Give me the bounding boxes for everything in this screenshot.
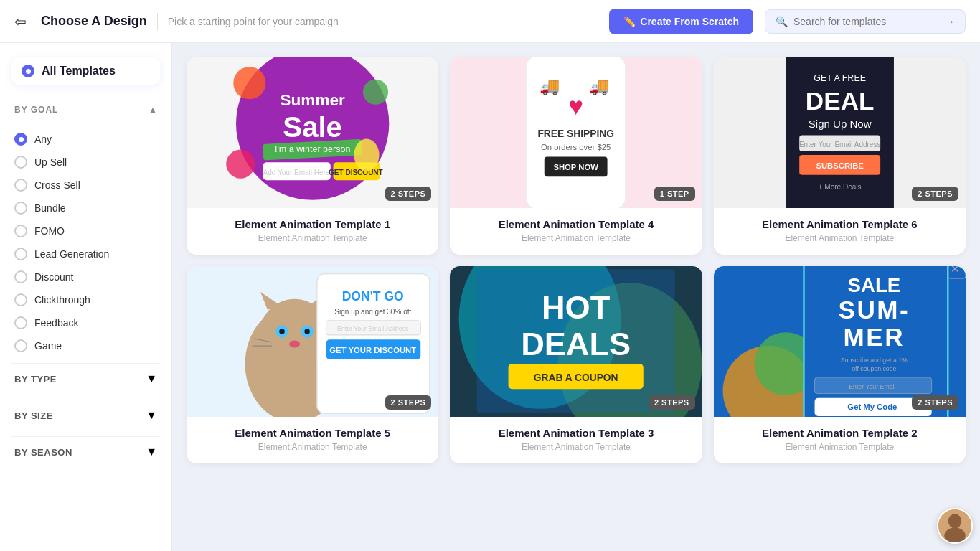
template-subtitle-t5: Element Animation Template <box>198 442 427 452</box>
template-title-t1: Element Animation Template 1 <box>198 218 427 230</box>
steps-badge-t4: 1 STEP <box>654 187 695 201</box>
all-templates-button[interactable]: All Templates <box>11 57 160 85</box>
back-button[interactable]: ⇦ <box>14 13 27 30</box>
svg-text:Sign Up Now: Sign Up Now <box>808 118 871 131</box>
template-subtitle-t2: Element Animation Template <box>725 442 954 452</box>
filter-item-up-sell[interactable]: Up Sell <box>11 151 160 174</box>
radio-clickthrough <box>14 293 27 306</box>
svg-text:GRAB A COUPON: GRAB A COUPON <box>534 372 618 383</box>
svg-text:Enter Your Email Address: Enter Your Email Address <box>799 141 881 149</box>
svg-text:SUM-: SUM- <box>838 296 910 324</box>
svg-text:Sign up and get 30% off: Sign up and get 30% off <box>334 308 411 316</box>
svg-point-79 <box>948 514 961 528</box>
svg-text:On orders over $25: On orders over $25 <box>541 143 611 151</box>
template-card-t2[interactable]: ✕ SALE SUM- MER Subscribe and get a 1% o… <box>714 266 966 463</box>
template-subtitle-t1: Element Animation Template <box>198 233 427 243</box>
goal-filter-list: AnyUp SellCross SellBundleFOMOLead Gener… <box>11 128 160 357</box>
filter-item-cross-sell[interactable]: Cross Sell <box>11 174 160 197</box>
svg-text:HOT: HOT <box>542 290 611 326</box>
filter-item-bundle[interactable]: Bundle <box>11 197 160 220</box>
filter-label-discount: Discount <box>34 271 73 283</box>
template-info-t5: Element Animation Template 5Element Anim… <box>187 417 438 463</box>
search-bar[interactable]: 🔍 → <box>765 9 966 34</box>
pencil-icon: ✏️ <box>623 16 636 27</box>
template-thumbnail-t4: ♥ 🚚 🚚 FREE SHIPPING On orders over $25 S… <box>450 57 702 208</box>
template-card-t1[interactable]: Summer Sale I'm a winter person Add Your… <box>187 57 438 255</box>
svg-point-41 <box>279 329 285 334</box>
template-title-t4: Element Animation Template 4 <box>461 218 690 230</box>
steps-badge-t5: 2 STEPS <box>385 395 432 410</box>
sidebar: All Templates BY GOAL ▲ AnyUp SellCross … <box>0 43 172 551</box>
svg-point-43 <box>289 341 300 348</box>
svg-text:SHOP NOW: SHOP NOW <box>554 164 599 172</box>
search-icon: 🔍 <box>776 16 788 27</box>
all-templates-label: All Templates <box>42 65 116 77</box>
avatar-image <box>938 509 971 542</box>
svg-text:MER: MER <box>843 323 905 351</box>
filter-item-any[interactable]: Any <box>11 128 160 151</box>
create-from-scratch-button[interactable]: ✏️ Create From Scratch <box>609 9 753 34</box>
by-size-chevron-icon: ▼ <box>146 409 157 422</box>
steps-badge-t2: 2 STEPS <box>912 395 958 410</box>
svg-text:I'm a winter person: I'm a winter person <box>275 145 351 155</box>
template-card-t5[interactable]: DON'T GO Sign up and get 30% off Enter Y… <box>187 266 438 463</box>
radio-cross-sell <box>14 179 27 192</box>
svg-point-42 <box>304 329 310 334</box>
template-title-t5: Element Animation Template 5 <box>198 427 427 439</box>
template-info-t4: Element Animation Template 4Element Anim… <box>450 208 702 255</box>
svg-text:♥: ♥ <box>569 92 584 120</box>
filter-label-clickthrough: Clickthrough <box>34 294 90 306</box>
filter-item-game[interactable]: Game <box>11 334 160 357</box>
filter-item-fomo[interactable]: FOMO <box>11 220 160 242</box>
svg-text:GET DISCOUNT: GET DISCOUNT <box>329 169 384 176</box>
svg-text:SUBSCRIBE: SUBSCRIBE <box>816 161 864 170</box>
svg-text:Subscribe and get a 1%: Subscribe and get a 1% <box>840 357 907 364</box>
svg-text:Get My Code: Get My Code <box>847 402 897 411</box>
filter-label-lead-generation: Lead Generation <box>34 248 109 260</box>
template-info-t1: Element Animation Template 1Element Anim… <box>187 208 438 255</box>
template-card-t6[interactable]: GET A FREE DEAL Sign Up Now Enter Your E… <box>714 57 966 255</box>
by-season-section[interactable]: BY SEASON ▼ <box>11 436 160 467</box>
filter-item-discount[interactable]: Discount <box>11 265 160 288</box>
header-divider <box>157 13 158 30</box>
svg-text:Sale: Sale <box>283 111 342 143</box>
svg-text:Summer: Summer <box>280 91 345 109</box>
radio-up-sell <box>14 156 27 169</box>
by-type-section[interactable]: BY TYPE ▼ <box>11 363 160 394</box>
svg-text:DEAL: DEAL <box>806 88 875 116</box>
by-goal-collapse-icon: ▲ <box>149 105 157 115</box>
by-type-title: BY TYPE <box>14 374 57 385</box>
header: ⇦ Choose A Design Pick a starting point … <box>0 0 980 43</box>
svg-text:+ More Deals: + More Deals <box>818 183 861 191</box>
search-arrow-icon[interactable]: → <box>945 16 955 27</box>
template-grid: Summer Sale I'm a winter person Add Your… <box>187 57 966 463</box>
template-thumbnail-t2: ✕ SALE SUM- MER Subscribe and get a 1% o… <box>714 266 966 417</box>
template-thumbnail-t6: GET A FREE DEAL Sign Up Now Enter Your E… <box>714 57 966 208</box>
template-thumbnail-t1: Summer Sale I'm a winter person Add Your… <box>187 57 438 208</box>
filter-label-fomo: FOMO <box>34 225 65 237</box>
filter-item-feedback[interactable]: Feedback <box>11 311 160 334</box>
by-size-section[interactable]: BY SIZE ▼ <box>11 400 160 430</box>
search-input[interactable] <box>793 16 939 27</box>
svg-point-11 <box>233 67 265 99</box>
main-layout: All Templates BY GOAL ▲ AnyUp SellCross … <box>0 43 980 551</box>
template-card-t4[interactable]: ♥ 🚚 🚚 FREE SHIPPING On orders over $25 S… <box>450 57 702 255</box>
template-subtitle-t4: Element Animation Template <box>461 233 690 243</box>
template-thumbnail-t5: DON'T GO Sign up and get 30% off Enter Y… <box>187 266 438 417</box>
svg-text:✕: ✕ <box>950 266 959 276</box>
template-card-t3[interactable]: HOT DEALS GRAB A COUPON 2 STEPSElement A… <box>450 266 702 463</box>
by-goal-section-header[interactable]: BY GOAL ▲ <box>11 99 160 121</box>
template-thumbnail-t3: HOT DEALS GRAB A COUPON 2 STEPS <box>450 266 702 417</box>
page-title: Choose A Design <box>41 14 147 29</box>
svg-text:off coupon code: off coupon code <box>852 365 896 372</box>
template-info-t2: Element Animation Template 2Element Anim… <box>714 417 966 463</box>
filter-item-clickthrough[interactable]: Clickthrough <box>11 288 160 311</box>
svg-text:SALE: SALE <box>847 274 900 296</box>
template-title-t2: Element Animation Template 2 <box>725 427 954 439</box>
template-info-t3: Element Animation Template 3Element Anim… <box>450 417 702 463</box>
filter-item-lead-generation[interactable]: Lead Generation <box>11 242 160 265</box>
filter-label-cross-sell: Cross Sell <box>34 179 80 191</box>
user-avatar[interactable] <box>937 508 973 544</box>
filter-label-game: Game <box>34 340 62 352</box>
svg-text:DEALS: DEALS <box>521 326 631 362</box>
